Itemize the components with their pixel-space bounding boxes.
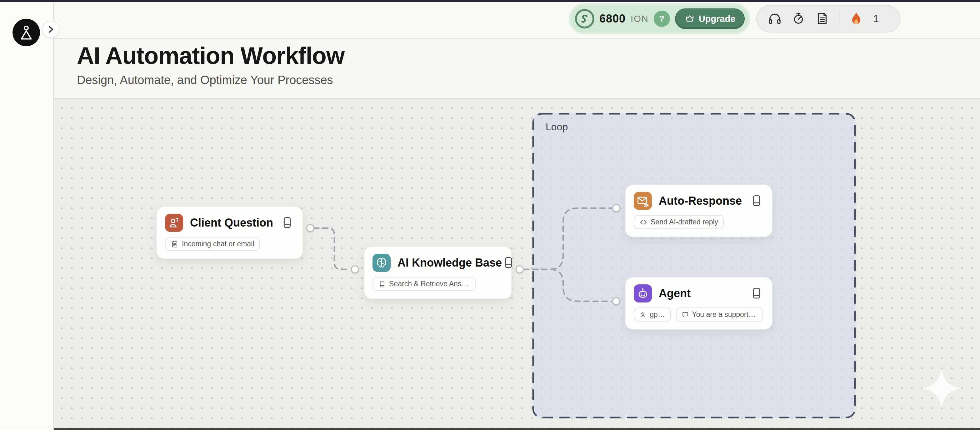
notebook-icon[interactable] [281, 216, 294, 229]
upgrade-label: Upgrade [699, 14, 736, 24]
document-icon [815, 11, 829, 25]
sparkle-watermark-icon [921, 368, 962, 409]
node-agent[interactable]: Agent gpt-S You are a support ag... [625, 277, 773, 330]
listening-tool-button[interactable] [767, 11, 782, 27]
page-title: AI Automation Workflow [77, 42, 344, 69]
brain-icon [372, 254, 391, 272]
badge-label: Search & Retrieve Answer [389, 280, 470, 288]
chain-link-icon [578, 13, 591, 25]
badge-label: You are a support ag... [692, 310, 757, 319]
ion-help-question-mark: ? [659, 14, 664, 24]
robot-face-glyph [636, 287, 650, 300]
node-header: Agent [634, 284, 763, 303]
person-question-glyph [167, 216, 181, 229]
chevron-right-icon [46, 25, 55, 34]
node-header: Auto-Response [634, 192, 763, 210]
node-title: Client Question [190, 216, 273, 229]
node-badges: Search & Retrieve Answer [372, 277, 503, 291]
page-subtitle: Design, Automate, and Optimize Your Proc… [77, 73, 344, 87]
window-top-edge [0, 0, 980, 2]
node-auto-response[interactable]: Auto-Response Send AI-drafted reply [625, 185, 773, 237]
node-title: AI Knowledge Base [398, 256, 502, 269]
streak-count: 1 [873, 13, 879, 25]
node-header: Client Question [165, 214, 294, 232]
timer-tool-button[interactable] [791, 11, 806, 27]
ion-amount: 6800 [600, 12, 625, 25]
tools-divider [839, 11, 839, 27]
notebook-icon[interactable] [750, 194, 763, 207]
node-badges: Incoming chat or email [165, 237, 294, 251]
port-auto-response-input[interactable] [612, 204, 620, 212]
ion-currency-label: ION [631, 14, 649, 24]
code-icon [640, 218, 648, 226]
port-agent-input[interactable] [612, 297, 620, 305]
prompt-badge[interactable]: You are a support ag... [676, 307, 763, 322]
crown-icon [684, 13, 695, 24]
badge-label: gpt-S [650, 310, 665, 319]
node-header: AI Knowledge Base [372, 254, 503, 272]
streak-flame-icon [849, 11, 864, 26]
robot-face-icon [634, 284, 652, 303]
headphones-icon [767, 11, 782, 25]
study-tools-pill: 1 [756, 5, 900, 32]
badge-label: Send AI-drafted reply [651, 218, 718, 226]
notes-tool-button[interactable] [815, 11, 829, 27]
clipboard-icon [170, 240, 179, 248]
node-client-question[interactable]: Client Question Incoming chat or email [156, 206, 303, 259]
upgrade-button[interactable]: Upgrade [675, 8, 745, 29]
window-bottom-edge [54, 428, 980, 430]
node-badges: Send AI-drafted reply [634, 215, 763, 229]
node-badge[interactable]: Search & Retrieve Answer [372, 277, 476, 291]
loop-group[interactable]: Loop [533, 113, 856, 418]
node-badge[interactable]: Send AI-drafted reply [634, 215, 724, 229]
ion-coin-icon [575, 9, 594, 29]
mail-send-icon [634, 192, 652, 210]
ion-help-button[interactable]: ? [654, 11, 670, 27]
notebook-icon[interactable] [502, 256, 515, 269]
target-icon [640, 311, 647, 319]
chat-bubble-icon [682, 311, 689, 319]
file-icon [378, 280, 386, 288]
sidebar-expand-button[interactable] [42, 21, 59, 38]
person-question-icon [165, 214, 183, 232]
port-kb-input[interactable] [351, 265, 359, 274]
node-title: Auto-Response [659, 194, 742, 207]
node-badges: gpt-S You are a support ag... [634, 307, 763, 322]
logo-person-triangle-icon [17, 23, 36, 42]
node-badge[interactable]: Incoming chat or email [165, 237, 260, 251]
topbar-divider [54, 38, 980, 39]
port-kb-output[interactable] [515, 265, 524, 274]
loop-label: Loop [546, 121, 568, 133]
stopwatch-icon [791, 11, 806, 25]
model-badge[interactable]: gpt-S [634, 307, 671, 322]
page-header: AI Automation Workflow Design, Automate,… [77, 42, 344, 87]
brain-glyph [375, 256, 388, 270]
sidebar [0, 2, 54, 430]
workflow-app: Join Online Classes ? PTE Practice 6800 … [0, 0, 980, 430]
node-title: Agent [659, 287, 690, 300]
ion-wallet-pill[interactable]: 6800 ION ? Upgrade [571, 5, 748, 32]
mail-send-glyph [636, 194, 650, 208]
app-logo[interactable] [13, 19, 40, 46]
node-ai-knowledge-base[interactable]: AI Knowledge Base Search & Retrieve Answ… [364, 246, 512, 299]
notebook-icon[interactable] [750, 287, 763, 300]
port-client-question-output[interactable] [306, 224, 314, 232]
badge-label: Incoming chat or email [182, 240, 254, 248]
